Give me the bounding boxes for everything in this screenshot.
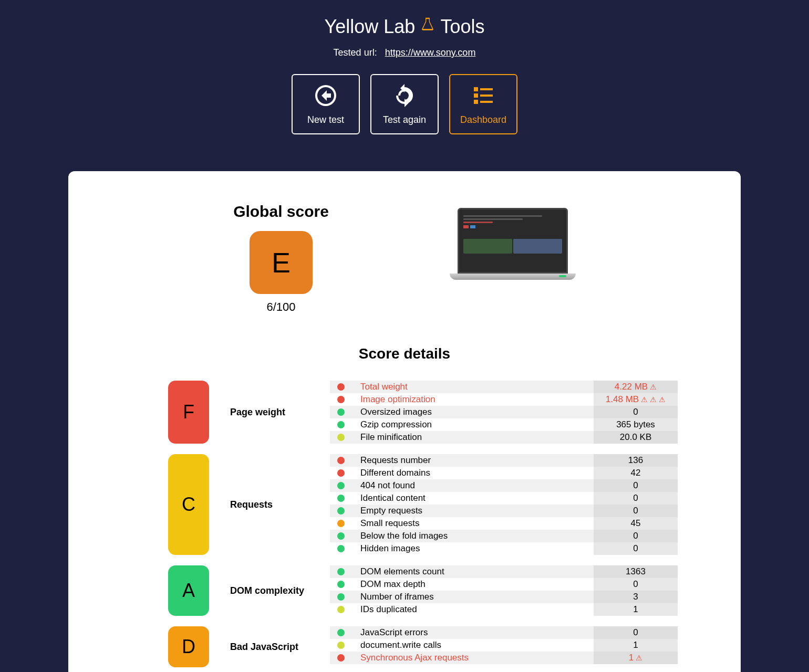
metric-row[interactable]: document.write calls1 (330, 639, 678, 652)
metric-row[interactable]: DOM max depth0 (330, 578, 678, 591)
metric-value: 1363 (594, 565, 678, 578)
metric-value: 20.0 KB (594, 431, 678, 444)
metric-row[interactable]: Identical content0 (330, 492, 678, 505)
global-score-title: Global score (233, 203, 329, 220)
metric-name: Below the fold images (360, 531, 594, 541)
category-title: DOM complexity (230, 565, 309, 616)
category-bad-javascript: DBad JavaScriptJavaScript errors0documen… (89, 626, 720, 667)
warning-icon: ⚠ (650, 395, 657, 404)
category-title: Requests (230, 454, 309, 555)
status-dot (337, 469, 345, 477)
status-dot (337, 593, 345, 601)
metric-row[interactable]: DOM elements count1363 (330, 565, 678, 578)
list-icon (471, 83, 496, 108)
warning-icon: ⚠ (650, 383, 657, 391)
metric-value: 0 (594, 406, 678, 418)
metric-value: 0 (594, 492, 678, 505)
dashboard-button[interactable]: Dashboard (449, 74, 517, 134)
metric-row[interactable]: Hidden images0 (330, 542, 678, 555)
back-arrow-icon (313, 83, 338, 108)
metrics-list: Total weight4.22 MB⚠Image optimization1.… (330, 381, 678, 444)
metric-row[interactable]: Number of iframes3 (330, 591, 678, 603)
new-test-label: New test (307, 114, 344, 125)
metric-value: 136 (594, 454, 678, 467)
category-grade: D (168, 626, 209, 667)
metric-name: 404 not found (360, 480, 594, 491)
metric-name: Gzip compression (360, 419, 594, 430)
metric-row[interactable]: Synchronous Ajax requests1⚠ (330, 652, 678, 664)
svg-rect-2 (474, 93, 478, 98)
metric-name: Oversized images (360, 407, 594, 417)
metric-row[interactable]: File minification20.0 KB (330, 431, 678, 444)
metric-value: 3 (594, 591, 678, 603)
global-score-value: 6/100 (233, 300, 329, 314)
status-dot (337, 421, 345, 428)
warning-icon: ⚠ (641, 395, 648, 404)
category-grade: C (168, 454, 209, 555)
metric-value: 365 bytes (594, 418, 678, 431)
metric-row[interactable]: Gzip compression365 bytes (330, 418, 678, 431)
status-dot (337, 532, 345, 540)
category-page-weight: FPage weightTotal weight4.22 MB⚠Image op… (89, 381, 720, 444)
metric-row[interactable]: Oversized images0 (330, 406, 678, 418)
tested-url-link[interactable]: https://www.sony.com (385, 47, 476, 58)
test-again-button[interactable]: Test again (370, 74, 439, 134)
status-dot (337, 396, 345, 403)
status-dot (337, 507, 345, 514)
metric-value: 45 (594, 517, 678, 530)
metric-value: 1 (594, 603, 678, 616)
metric-name: File minification (360, 432, 594, 443)
status-dot (337, 495, 345, 502)
metric-value: 0 (594, 479, 678, 492)
svg-rect-1 (480, 88, 493, 90)
global-grade: E (250, 231, 313, 294)
status-dot (337, 482, 345, 489)
status-dot (337, 606, 345, 613)
metric-row[interactable]: Empty requests0 (330, 505, 678, 517)
metric-value: 0 (594, 530, 678, 542)
metric-row[interactable]: Small requests45 (330, 517, 678, 530)
metric-name: Synchronous Ajax requests (360, 653, 594, 663)
svg-rect-3 (480, 94, 493, 97)
new-test-button[interactable]: New test (292, 74, 360, 134)
metric-name: Empty requests (360, 506, 594, 516)
metric-row[interactable]: 404 not found0 (330, 479, 678, 492)
metric-value: 0 (594, 626, 678, 639)
metric-name: Different domains (360, 468, 594, 478)
metric-row[interactable]: Total weight4.22 MB⚠ (330, 381, 678, 393)
category-dom-complexity: ADOM complexityDOM elements count1363DOM… (89, 565, 720, 616)
app-title: Yellow Lab Tools (325, 16, 485, 38)
metric-name: Number of iframes (360, 592, 594, 602)
warning-icon: ⚠ (636, 654, 642, 662)
metric-row[interactable]: Requests number136 (330, 454, 678, 467)
warning-icon: ⚠ (659, 395, 666, 404)
status-dot (337, 408, 345, 416)
status-dot (337, 434, 345, 441)
svg-rect-4 (474, 100, 478, 104)
metric-row[interactable]: Image optimization1.48 MB⚠⚠⚠ (330, 393, 678, 406)
metric-value: 1 (594, 639, 678, 652)
metric-name: Hidden images (360, 543, 594, 554)
metric-value: 42 (594, 467, 678, 479)
score-details-title: Score details (89, 345, 720, 362)
status-dot (337, 383, 345, 391)
status-dot (337, 642, 345, 649)
metric-row[interactable]: JavaScript errors0 (330, 626, 678, 639)
status-dot (337, 629, 345, 636)
results-card: Global score E 6/100 Score details (68, 171, 741, 672)
metric-value: 0 (594, 542, 678, 555)
metric-name: Small requests (360, 518, 594, 529)
metric-name: JavaScript errors (360, 627, 594, 638)
category-grade: A (168, 565, 209, 616)
metric-name: DOM max depth (360, 579, 594, 590)
status-dot (337, 545, 345, 552)
metric-name: Requests number (360, 455, 594, 466)
metric-row[interactable]: Different domains42 (330, 467, 678, 479)
metric-row[interactable]: IDs duplicated1 (330, 603, 678, 616)
dashboard-label: Dashboard (460, 114, 506, 125)
category-title: Page weight (230, 381, 309, 444)
category-title: Bad JavaScript (230, 626, 309, 667)
metric-row[interactable]: Below the fold images0 (330, 530, 678, 542)
screenshot-thumbnail[interactable] (450, 208, 576, 281)
status-dot (337, 581, 345, 588)
